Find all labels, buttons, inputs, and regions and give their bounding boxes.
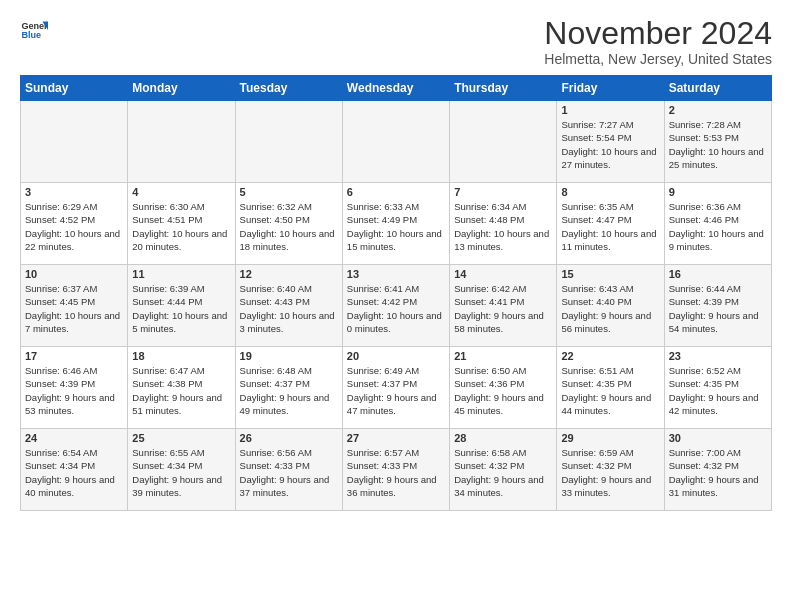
day-info: Sunrise: 7:27 AMSunset: 5:54 PMDaylight:… [561,118,659,171]
day-cell: 12Sunrise: 6:40 AMSunset: 4:43 PMDayligh… [235,265,342,347]
day-cell [128,101,235,183]
svg-text:Blue: Blue [21,30,41,40]
day-number: 17 [25,350,123,362]
day-cell: 27Sunrise: 6:57 AMSunset: 4:33 PMDayligh… [342,429,449,511]
col-sunday: Sunday [21,76,128,101]
day-cell: 20Sunrise: 6:49 AMSunset: 4:37 PMDayligh… [342,347,449,429]
day-info: Sunrise: 6:41 AMSunset: 4:42 PMDaylight:… [347,282,445,335]
day-cell: 19Sunrise: 6:48 AMSunset: 4:37 PMDayligh… [235,347,342,429]
header-row: Sunday Monday Tuesday Wednesday Thursday… [21,76,772,101]
day-number: 15 [561,268,659,280]
day-cell: 4Sunrise: 6:30 AMSunset: 4:51 PMDaylight… [128,183,235,265]
day-number: 16 [669,268,767,280]
day-info: Sunrise: 6:54 AMSunset: 4:34 PMDaylight:… [25,446,123,499]
week-row-5: 24Sunrise: 6:54 AMSunset: 4:34 PMDayligh… [21,429,772,511]
day-cell [342,101,449,183]
day-number: 3 [25,186,123,198]
day-number: 12 [240,268,338,280]
week-row-3: 10Sunrise: 6:37 AMSunset: 4:45 PMDayligh… [21,265,772,347]
day-cell: 8Sunrise: 6:35 AMSunset: 4:47 PMDaylight… [557,183,664,265]
day-number: 23 [669,350,767,362]
day-info: Sunrise: 6:50 AMSunset: 4:36 PMDaylight:… [454,364,552,417]
day-number: 24 [25,432,123,444]
day-cell: 26Sunrise: 6:56 AMSunset: 4:33 PMDayligh… [235,429,342,511]
day-number: 13 [347,268,445,280]
day-cell: 14Sunrise: 6:42 AMSunset: 4:41 PMDayligh… [450,265,557,347]
day-cell [450,101,557,183]
week-row-4: 17Sunrise: 6:46 AMSunset: 4:39 PMDayligh… [21,347,772,429]
day-info: Sunrise: 6:59 AMSunset: 4:32 PMDaylight:… [561,446,659,499]
day-number: 11 [132,268,230,280]
day-cell: 7Sunrise: 6:34 AMSunset: 4:48 PMDaylight… [450,183,557,265]
day-number: 21 [454,350,552,362]
day-info: Sunrise: 7:28 AMSunset: 5:53 PMDaylight:… [669,118,767,171]
day-number: 1 [561,104,659,116]
day-cell: 10Sunrise: 6:37 AMSunset: 4:45 PMDayligh… [21,265,128,347]
day-number: 4 [132,186,230,198]
day-info: Sunrise: 6:57 AMSunset: 4:33 PMDaylight:… [347,446,445,499]
day-number: 25 [132,432,230,444]
day-cell [235,101,342,183]
day-info: Sunrise: 6:39 AMSunset: 4:44 PMDaylight:… [132,282,230,335]
day-number: 19 [240,350,338,362]
day-cell: 11Sunrise: 6:39 AMSunset: 4:44 PMDayligh… [128,265,235,347]
day-cell: 16Sunrise: 6:44 AMSunset: 4:39 PMDayligh… [664,265,771,347]
day-number: 14 [454,268,552,280]
col-wednesday: Wednesday [342,76,449,101]
col-thursday: Thursday [450,76,557,101]
day-cell: 2Sunrise: 7:28 AMSunset: 5:53 PMDaylight… [664,101,771,183]
day-cell: 28Sunrise: 6:58 AMSunset: 4:32 PMDayligh… [450,429,557,511]
day-info: Sunrise: 6:56 AMSunset: 4:33 PMDaylight:… [240,446,338,499]
day-info: Sunrise: 7:00 AMSunset: 4:32 PMDaylight:… [669,446,767,499]
day-cell: 30Sunrise: 7:00 AMSunset: 4:32 PMDayligh… [664,429,771,511]
day-number: 20 [347,350,445,362]
day-cell: 6Sunrise: 6:33 AMSunset: 4:49 PMDaylight… [342,183,449,265]
day-info: Sunrise: 6:34 AMSunset: 4:48 PMDaylight:… [454,200,552,253]
day-number: 6 [347,186,445,198]
day-cell: 15Sunrise: 6:43 AMSunset: 4:40 PMDayligh… [557,265,664,347]
col-tuesday: Tuesday [235,76,342,101]
calendar-table: Sunday Monday Tuesday Wednesday Thursday… [20,75,772,511]
day-info: Sunrise: 6:51 AMSunset: 4:35 PMDaylight:… [561,364,659,417]
day-info: Sunrise: 6:42 AMSunset: 4:41 PMDaylight:… [454,282,552,335]
day-info: Sunrise: 6:30 AMSunset: 4:51 PMDaylight:… [132,200,230,253]
day-info: Sunrise: 6:33 AMSunset: 4:49 PMDaylight:… [347,200,445,253]
day-info: Sunrise: 6:46 AMSunset: 4:39 PMDaylight:… [25,364,123,417]
day-info: Sunrise: 6:44 AMSunset: 4:39 PMDaylight:… [669,282,767,335]
day-cell: 18Sunrise: 6:47 AMSunset: 4:38 PMDayligh… [128,347,235,429]
day-cell: 5Sunrise: 6:32 AMSunset: 4:50 PMDaylight… [235,183,342,265]
week-row-1: 1Sunrise: 7:27 AMSunset: 5:54 PMDaylight… [21,101,772,183]
day-cell: 1Sunrise: 7:27 AMSunset: 5:54 PMDaylight… [557,101,664,183]
day-number: 18 [132,350,230,362]
day-info: Sunrise: 6:40 AMSunset: 4:43 PMDaylight:… [240,282,338,335]
day-info: Sunrise: 6:58 AMSunset: 4:32 PMDaylight:… [454,446,552,499]
day-cell: 24Sunrise: 6:54 AMSunset: 4:34 PMDayligh… [21,429,128,511]
day-info: Sunrise: 6:49 AMSunset: 4:37 PMDaylight:… [347,364,445,417]
title-area: November 2024 Helmetta, New Jersey, Unit… [544,16,772,67]
day-info: Sunrise: 6:32 AMSunset: 4:50 PMDaylight:… [240,200,338,253]
day-info: Sunrise: 6:43 AMSunset: 4:40 PMDaylight:… [561,282,659,335]
day-cell [21,101,128,183]
day-cell: 22Sunrise: 6:51 AMSunset: 4:35 PMDayligh… [557,347,664,429]
col-saturday: Saturday [664,76,771,101]
logo-icon: General Blue [20,16,48,44]
day-cell: 21Sunrise: 6:50 AMSunset: 4:36 PMDayligh… [450,347,557,429]
day-number: 7 [454,186,552,198]
day-info: Sunrise: 6:29 AMSunset: 4:52 PMDaylight:… [25,200,123,253]
day-number: 28 [454,432,552,444]
day-number: 29 [561,432,659,444]
day-number: 9 [669,186,767,198]
day-info: Sunrise: 6:47 AMSunset: 4:38 PMDaylight:… [132,364,230,417]
col-friday: Friday [557,76,664,101]
day-info: Sunrise: 6:35 AMSunset: 4:47 PMDaylight:… [561,200,659,253]
day-cell: 13Sunrise: 6:41 AMSunset: 4:42 PMDayligh… [342,265,449,347]
day-cell: 3Sunrise: 6:29 AMSunset: 4:52 PMDaylight… [21,183,128,265]
day-info: Sunrise: 6:36 AMSunset: 4:46 PMDaylight:… [669,200,767,253]
day-number: 10 [25,268,123,280]
day-number: 30 [669,432,767,444]
day-info: Sunrise: 6:37 AMSunset: 4:45 PMDaylight:… [25,282,123,335]
day-cell: 9Sunrise: 6:36 AMSunset: 4:46 PMDaylight… [664,183,771,265]
day-number: 26 [240,432,338,444]
day-cell: 23Sunrise: 6:52 AMSunset: 4:35 PMDayligh… [664,347,771,429]
logo: General Blue [20,16,48,44]
